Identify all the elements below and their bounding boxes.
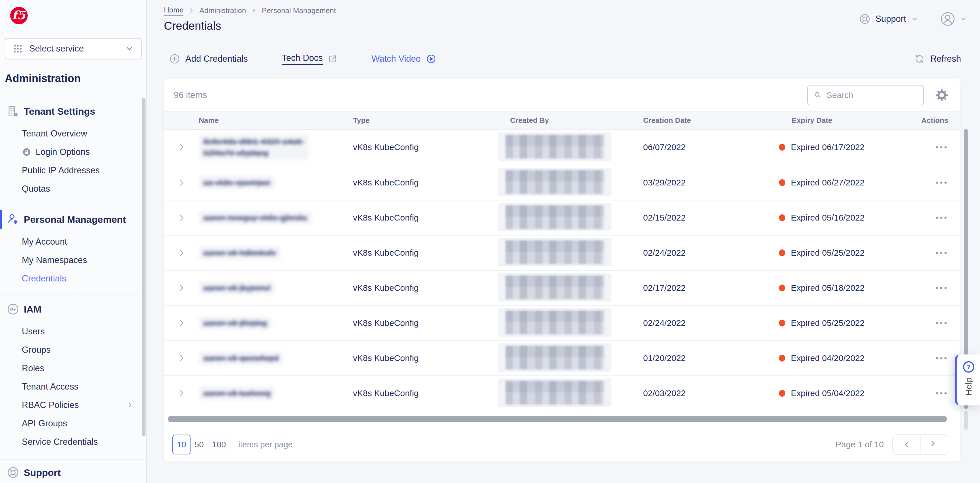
svg-text:?: ? [967, 363, 970, 371]
breadcrumb-home-link[interactable]: Home [164, 6, 183, 16]
row-expander-icon[interactable] [177, 284, 186, 292]
credential-type: vK8s KubeConfig [353, 283, 418, 292]
row-expander-icon[interactable] [177, 319, 186, 328]
created-by-redacted [498, 168, 611, 196]
row-expander-icon[interactable] [177, 354, 186, 363]
breadcrumb-personal-management[interactable]: Personal Management [262, 6, 336, 15]
breadcrumb-administration[interactable]: Administration [199, 6, 246, 15]
expired-status-dot [779, 249, 785, 256]
column-header-created-by[interactable]: Created By [510, 116, 643, 125]
refresh-button[interactable]: Refresh [914, 53, 961, 65]
sidebar-section-personal-management[interactable]: Personal Management [0, 206, 146, 233]
column-header-actions: Actions [908, 116, 948, 125]
user-menu-button[interactable] [940, 11, 967, 27]
row-actions-menu-button[interactable]: ••• [936, 389, 948, 398]
credential-type: vK8s KubeConfig [353, 178, 418, 187]
column-header-expiry-date[interactable]: Expiry Date [779, 116, 908, 125]
table-row[interactable]: aaron-v8-jbyjnmvl vK8s KubeConfig 02/17/… [164, 270, 959, 305]
created-by-redacted [498, 379, 611, 407]
table-settings-button[interactable] [935, 89, 948, 102]
table-row[interactable]: aaron-v8-qwzwfwpd vK8s KubeConfig 01/20/… [164, 340, 959, 375]
expired-status-dot [779, 285, 785, 291]
gear-icon [935, 89, 948, 102]
key-icon [6, 303, 21, 316]
page-status: Page 1 of 10 [836, 440, 884, 449]
add-credentials-button[interactable]: Add Credentials [169, 53, 248, 65]
sidebar-item-my-account[interactable]: My Account [0, 233, 146, 251]
creation-date: 02/17/2022 [643, 283, 686, 292]
sidebar-item-roles[interactable]: Roles [0, 359, 146, 378]
row-actions-menu-button[interactable]: ••• [936, 213, 948, 222]
table-row[interactable]: aa-vk8s-vjavmjwc vK8s KubeConfig 03/29/2… [164, 165, 959, 200]
row-actions-menu-button[interactable]: ••• [936, 143, 948, 152]
watch-video-link[interactable]: Watch Video [371, 54, 436, 64]
created-by-redacted [498, 238, 611, 266]
sidebar-item-tenant-access[interactable]: Tenant Access [0, 378, 146, 396]
sidebar-item-api-groups[interactable]: API Groups [0, 414, 146, 433]
service-selector[interactable]: Select service [5, 38, 142, 59]
row-expander-icon[interactable] [177, 213, 186, 222]
search-input[interactable] [826, 90, 918, 100]
per-page-option-100[interactable]: 100 [208, 435, 231, 454]
sidebar-item-service-credentials[interactable]: Service Credentials [0, 433, 146, 451]
sidebar-item-tenant-overview[interactable]: Tenant Overview [0, 124, 146, 143]
created-by-redacted [498, 273, 611, 301]
row-actions-menu-button[interactable]: ••• [936, 284, 948, 292]
table-row[interactable]: aaron-v8-hdkmkafv vK8s KubeConfig 02/24/… [164, 235, 959, 270]
table-row[interactable]: aaron-v8-tuxlvcng vK8s KubeConfig 02/03/… [164, 375, 959, 411]
section-label: Support [24, 467, 60, 478]
sidebar-section-iam[interactable]: IAM [0, 296, 146, 322]
support-menu-button[interactable]: Support [859, 13, 919, 25]
next-page-button[interactable] [920, 435, 948, 454]
credential-name-redacted: aa-vk8s-vjavmjwc [199, 176, 275, 190]
support-label: Support [875, 14, 906, 24]
sidebar-item-login-options[interactable]: Login Options [0, 143, 146, 161]
table-row[interactable]: aaron-v8-jthrplxg vK8s KubeConfig 02/24/… [164, 305, 959, 340]
sidebar-item-rbac-policies[interactable]: RBAC Policies [0, 396, 146, 414]
tech-docs-link[interactable]: Tech Docs [282, 53, 338, 65]
sidebar-item-public-ip-addresses[interactable]: Public IP Addresses [0, 161, 146, 180]
horizontal-scrollbar[interactable] [168, 416, 947, 422]
sidebar-item-my-namespaces[interactable]: My Namespaces [0, 251, 146, 269]
column-header-name[interactable]: Name [199, 116, 353, 125]
sidebar-item-users[interactable]: Users [0, 322, 146, 341]
item-label: Login Options [36, 147, 90, 157]
horizontal-scroll-zone [164, 411, 959, 427]
row-actions-menu-button[interactable]: ••• [936, 178, 948, 187]
row-actions-menu-button[interactable]: ••• [936, 248, 948, 257]
help-button[interactable]: ? Help [955, 354, 980, 405]
f5-logo[interactable]: f5 [0, 0, 146, 26]
table-row[interactable]: 8e6e4da-d6b1-4329-a4a6- 02f4a70-ufyjdqcg… [164, 130, 959, 165]
sidebar-item-groups[interactable]: Groups [0, 341, 146, 359]
column-header-type[interactable]: Type [353, 116, 510, 125]
column-header-creation-date[interactable]: Creation Date [643, 116, 779, 125]
service-selector-value: Select service [29, 44, 119, 54]
sidebar-nav: Tenant Settings Tenant Overview Login Op… [0, 94, 146, 483]
expired-status-dot [779, 214, 785, 221]
per-page-option-10[interactable]: 10 [172, 435, 191, 454]
search-box [807, 85, 924, 105]
question-circle-icon: ? [962, 360, 975, 374]
sidebar-section-support[interactable]: Support [0, 459, 146, 483]
vertical-scrollbar-track[interactable] [964, 411, 968, 430]
expired-status-dot [779, 144, 785, 151]
row-expander-icon[interactable] [177, 178, 186, 187]
sidebar-scrollbar[interactable] [142, 98, 145, 436]
row-actions-menu-button[interactable]: ••• [936, 319, 948, 328]
expiry-status-text: Expired 05/18/2022 [791, 283, 864, 293]
row-actions-menu-button[interactable]: ••• [936, 354, 948, 363]
sidebar-item-credentials[interactable]: Credentials [0, 269, 146, 288]
row-expander-icon[interactable] [177, 389, 186, 398]
watch-video-label: Watch Video [371, 54, 421, 64]
plus-circle-icon [169, 53, 180, 65]
row-expander-icon[interactable] [177, 248, 186, 257]
grid-icon [13, 44, 23, 54]
sidebar-section-tenant-settings[interactable]: Tenant Settings [0, 98, 146, 124]
table-row[interactable]: aaron-newguy-vk8s-gjhrsliu vK8s KubeConf… [164, 200, 959, 235]
per-page-option-50[interactable]: 50 [190, 435, 208, 454]
row-expander-icon[interactable] [177, 143, 186, 152]
item-label: Users [22, 327, 45, 336]
sidebar-item-quotas[interactable]: Quotas [0, 180, 146, 198]
previous-page-button[interactable] [893, 435, 920, 454]
add-credentials-label: Add Credentials [185, 54, 248, 64]
